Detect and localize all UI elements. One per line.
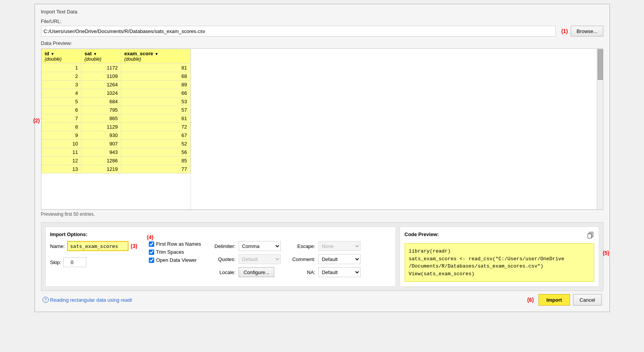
first-row-names-checkbox[interactable]: First Row as Names [149,241,201,247]
table-cell: 13 [41,165,81,174]
preview-right-area [191,49,603,209]
code-line-2: sats_exam_scores <- read_csv("C:/Users/u… [409,256,565,262]
code-preview-panel: Code Preview: 🗍 library(readr) sats_exam… [400,226,599,287]
annotation-3: (3) [131,243,137,249]
delimiter-select[interactable]: Comma Tab Semicolon Whitespace Other [239,241,281,251]
na-row: NA: Default NA N/A [292,267,361,277]
table-row: 8112972 [41,123,190,131]
configure-button[interactable]: Configure... [239,267,274,277]
name-label: Name: [50,243,65,249]
table-row: 1117281 [41,64,190,72]
table-cell: 930 [81,131,121,140]
table-cell: 5 [41,98,81,106]
table-cell: 52 [121,140,190,148]
code-line-3: /Documents/R/Databases/sats_exam_scores.… [409,263,544,269]
trim-spaces-checkbox[interactable]: Trim Spaces [149,249,201,255]
table-row: 993067 [41,131,190,140]
bottom-bar: ? Reading rectangular data using readr (… [41,291,603,307]
table-cell: 4 [41,89,81,98]
table-cell: 68 [121,72,190,81]
file-url-input[interactable] [41,26,556,36]
import-options-title: Import Options: [50,231,391,237]
table-cell: 61 [121,114,190,123]
dialog-title: Import Text Data [41,9,603,15]
na-label: NA: [292,269,315,275]
code-line-4: View(sats_exam_scores) [409,271,475,277]
data-table-wrapper: id▼ (double) sat▼ (double) exam_score▼ (… [41,49,191,209]
import-text-data-dialog: Import Text Data File/URL: (1) Browse...… [35,4,610,312]
file-url-row: (1) Browse... [41,26,603,36]
table-cell: 56 [121,148,190,157]
table-cell: 77 [121,165,190,174]
table-cell: 1219 [81,165,121,174]
import-options-panel: Import Options: Name: (3) Skip: [45,226,396,287]
table-cell: 66 [121,89,190,98]
table-cell: 89 [121,81,190,89]
code-box: library(readr) sats_exam_scores <- read_… [405,243,594,282]
data-preview-label: Data Preview: [41,40,603,46]
table-cell: 53 [121,98,190,106]
col-header-sat: sat▼ (double) [81,49,121,64]
table-row: 786561 [41,114,190,123]
table-cell: 1286 [81,157,121,165]
scrollbar-thumb[interactable] [598,49,603,80]
escape-select[interactable]: None [318,241,361,251]
annotation-1: (1) [561,28,568,34]
data-table: id▼ (double) sat▼ (double) exam_score▼ (… [41,49,191,174]
quotes-label: Quotes: [212,256,236,262]
data-preview-container: id▼ (double) sat▼ (double) exam_score▼ (… [41,48,603,210]
import-button[interactable]: Import [539,294,570,306]
first-row-names-input[interactable] [149,241,154,247]
table-row: 1090752 [41,140,190,148]
trim-spaces-input[interactable] [149,250,154,255]
table-cell: 795 [81,106,121,114]
table-cell: 1264 [81,81,121,89]
browse-button[interactable]: Browse... [571,26,603,36]
skip-label: Skip: [50,259,61,265]
na-select[interactable]: Default NA N/A [318,267,361,277]
table-cell: 1129 [81,123,121,131]
table-cell: 684 [81,98,121,106]
table-cell: 57 [121,106,190,114]
table-cell: 11 [41,148,81,157]
table-row: 12128685 [41,157,190,165]
code-line-1: library(readr) [409,248,451,254]
table-cell: 81 [121,64,190,72]
copy-icon[interactable]: 🗍 [587,232,594,240]
annotation-4: (4) [147,234,153,240]
cancel-button[interactable]: Cancel [573,294,601,306]
help-link[interactable]: ? Reading rectangular data using readr [43,297,133,303]
table-row: 1194356 [41,148,190,157]
skip-row: Skip: [50,257,137,267]
escape-label: Escape: [292,243,315,249]
file-url-section: File/URL: (1) Browse... [41,18,603,36]
open-data-viewer-input[interactable] [149,258,154,263]
delimiter-row: Delimiter: Comma Tab Semicolon Whitespac… [212,241,281,251]
table-cell: 85 [121,157,190,165]
annotation-2: (2) [33,117,40,124]
col-header-id: id▼ (double) [41,49,81,64]
comment-select[interactable]: Default # // [318,254,361,264]
table-cell: 7 [41,114,81,123]
quotes-row: Quotes: Default [212,254,281,264]
open-data-viewer-checkbox[interactable]: Open Data Viewer [149,257,201,263]
quotes-select[interactable]: Default [239,254,281,264]
preview-note: Previewing first 50 entries. [41,210,603,218]
table-cell: 1024 [81,89,121,98]
help-icon: ? [43,297,49,303]
table-row: 2110968 [41,72,190,81]
name-input[interactable] [67,241,128,251]
comment-label: Comment: [292,256,315,262]
table-row: 679557 [41,106,190,114]
col-header-exam-score: exam_score▼ (double) [121,49,190,64]
locale-label: Locale: [212,269,236,275]
preview-scrollbar[interactable] [597,49,603,209]
table-cell: 12 [41,157,81,165]
table-cell: 943 [81,148,121,157]
skip-input[interactable] [63,257,86,267]
table-cell: 1172 [81,64,121,72]
checkboxes-group: (4) First Row as Names Trim Spaces Open … [149,241,201,263]
table-cell: 10 [41,140,81,148]
table-cell: 907 [81,140,121,148]
help-text: Reading rectangular data using readr [50,297,133,303]
